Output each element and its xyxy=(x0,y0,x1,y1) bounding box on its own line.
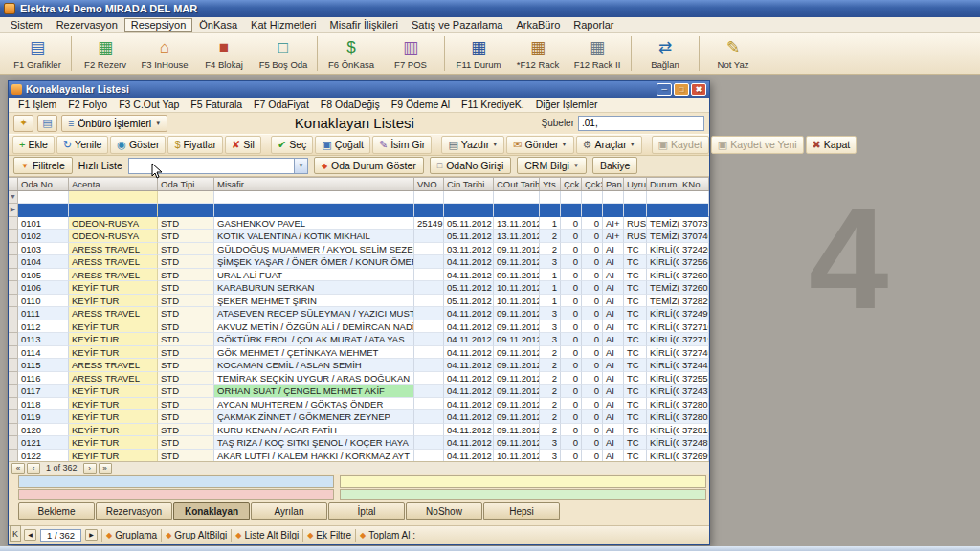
column-header-pan[interactable]: Pan xyxy=(603,178,624,190)
filitrele-button[interactable]: ▼ Filitrele xyxy=(13,157,73,174)
table-row[interactable]: 0112KEYİF TURSTDAKVUZ METİN / ÖZGÜN ALİ … xyxy=(9,320,709,334)
column-header-misafir[interactable]: Misafir xyxy=(214,178,414,190)
onburo-islemleri-button[interactable]: ≡ Önbüro İşlemleri ▼ xyxy=(61,115,167,132)
key-button[interactable]: ✦ xyxy=(13,115,33,132)
g-ster-button[interactable]: ◉Göster xyxy=(110,136,166,154)
table-row[interactable]: 0114KEYİF TURSTDGÖK MEHMET / ÇETİNKAYA M… xyxy=(9,346,709,360)
bottom-gruplama[interactable]: ◆Gruplama xyxy=(106,530,157,540)
last-page-button[interactable]: » xyxy=(99,463,112,474)
tab-i-ptal[interactable]: İptal xyxy=(328,502,405,520)
yenile-button[interactable]: ↻Yenile xyxy=(56,136,108,154)
table-row[interactable]: 0105ARESS TRAVELSTDURAL ALİ FUAT04.11.20… xyxy=(9,269,709,282)
table-row[interactable]: 0113KEYİF TURSTDGÖKTÜRK EROL / ÇOLAK MUR… xyxy=(9,333,709,346)
table-row[interactable]: 0117KEYİF TURSTDORHAN SUAT / ÇENGEL MEHM… xyxy=(9,385,709,398)
toolbar-not-yaz[interactable]: ✎Not Yaz xyxy=(703,37,763,70)
menu-f8-odade-i[interactable]: F8 OdaDeğiş xyxy=(315,99,386,110)
table-row[interactable]: 0121KEYİF TURSTDTAŞ RIZA / KOÇ SITKI ŞEN… xyxy=(9,436,709,450)
table-row[interactable]: 0110KEYİF TURSTDŞEKER MEHMET ŞIRIN05.11.… xyxy=(9,295,709,308)
table-row[interactable]: 0102ODEON-RUSYASTDKOTIK VALENTINA / KOTI… xyxy=(9,230,709,243)
o-alt-button[interactable]: ▣Çoğalt xyxy=(315,136,370,154)
bottom-liste-alt-bilgi[interactable]: ◆Liste Alt Bilgi xyxy=(235,530,299,540)
column-header-cin-tarihi[interactable]: Cin Tarihi xyxy=(444,178,494,190)
table-row[interactable]: 0101ODEON-RUSYASTDGASHENKOV PAVEL2514905… xyxy=(9,217,709,231)
bottom-next-button[interactable]: ▶ xyxy=(85,529,98,541)
table-row[interactable]: 0122KEYİF TURSTDAKAR LÜTFİ / KALEM HAKKI… xyxy=(9,450,709,462)
tab-ayr-lan[interactable]: Ayrılan xyxy=(251,502,327,520)
toolbar-f4-blokaj[interactable]: ■F4 Blokaj xyxy=(194,37,254,70)
selected-row[interactable]: ▶ xyxy=(9,204,709,217)
subeler-input[interactable] xyxy=(578,116,704,131)
menu-sistem[interactable]: Sistem xyxy=(4,18,50,32)
tab-bekleme[interactable]: Bekleme xyxy=(18,502,95,520)
close-icon[interactable]: ✖ xyxy=(691,83,706,96)
table-row[interactable]: 0111ARESS TRAVELSTDATASEVEN RECEP SÜLEYM… xyxy=(9,307,709,320)
bottom-toplam-al[interactable]: ◆Toplam Al : xyxy=(360,530,415,540)
kapat-button[interactable]: ✖Kapat xyxy=(806,136,858,154)
menu-kat-hizmetleri[interactable]: Kat Hizmetleri xyxy=(244,18,323,32)
toolbar-f11-durum[interactable]: ▦F11 Durum xyxy=(449,37,508,70)
child-titlebar[interactable]: Konaklayanlar Listesi ─ □ ✖ xyxy=(9,81,709,98)
toolbar-f12-rack[interactable]: ▦*F12 Rack xyxy=(508,37,568,70)
toolbar-f7-pos[interactable]: ▥F7 POS xyxy=(381,37,440,70)
oda-durum-goster-button[interactable]: ◆ Oda Durum Göster xyxy=(314,157,424,174)
bottom-ek-filtre[interactable]: ◆Ek Filtre xyxy=(307,530,351,540)
toolbar-f1-grafikler[interactable]: ▤F1 Grafikler xyxy=(8,37,67,70)
sil-button[interactable]: ✘Sil xyxy=(225,136,261,154)
g-nder-button[interactable]: ✉Gönder▼ xyxy=(506,136,573,154)
column-header-ck2[interactable]: Çck2 xyxy=(582,178,603,190)
yazd-r-button[interactable]: ▤Yazdır▼ xyxy=(441,136,504,154)
menu-f1-i-lem[interactable]: F1 İşlem xyxy=(12,99,62,110)
i-sim-gir-button[interactable]: ✎İsim Gir xyxy=(372,136,432,154)
tab-hepsi[interactable]: Hepsi xyxy=(483,502,560,520)
first-page-button[interactable]: « xyxy=(11,463,25,474)
table-row[interactable]: 0104ARESS TRAVELSTDŞİMŞEK YAŞAR / ÖNER Ö… xyxy=(9,255,709,269)
column-header-cout-tarihi[interactable]: COut Tarihi xyxy=(494,178,540,190)
menu-raporlar[interactable]: Raporlar xyxy=(567,18,620,32)
toolbar-f5-bo-oda[interactable]: □F5 Boş Oda xyxy=(254,37,313,70)
window-titlebar[interactable]: Elektra v4 Demo MIRADA DEL MAR xyxy=(0,0,980,17)
column-header-yts[interactable]: Yts xyxy=(540,178,561,190)
column-header-oda-no[interactable]: Oda No xyxy=(18,178,69,190)
bottom-grup-altbilgi[interactable]: ◆Grup AltBilgi xyxy=(166,530,227,540)
grid-filter-row[interactable]: ▼ xyxy=(9,191,709,205)
side-tab-k[interactable]: K xyxy=(10,525,21,542)
menu-di-er-i-lemler[interactable]: Diğer İşlemler xyxy=(530,99,604,110)
menu-resepsiyon[interactable]: Resepsiyon xyxy=(124,18,192,32)
minimize-icon[interactable]: ─ xyxy=(657,83,672,96)
crm-bilgi-button[interactable]: CRM Bilgi ▼ xyxy=(517,157,587,174)
table-row[interactable]: 0115ARESS TRAVELSTDKOCAMAN CEMİL / ASLAN… xyxy=(9,359,709,372)
tab-rezervasyon[interactable]: Rezervasyon xyxy=(96,502,172,520)
bakiye-button[interactable]: Bakiye xyxy=(592,157,638,174)
toolbar-f2-rezerv[interactable]: ▦F2 Rezerv xyxy=(76,37,135,70)
table-row[interactable]: 0119KEYİF TURSTDÇAKMAK ZİNNET / GÖKMENER… xyxy=(9,410,709,424)
column-header-acenta[interactable]: Acenta xyxy=(69,178,158,190)
prev-page-button[interactable]: ‹ xyxy=(27,463,40,474)
tab-noshow[interactable]: NoShow xyxy=(406,502,482,520)
menu-f3-c-out-yap[interactable]: F3 C.Out Yap xyxy=(113,99,185,110)
fiyatlar-button[interactable]: $Fiyatlar xyxy=(167,136,223,154)
menu-rezervasyon[interactable]: Rezervasyon xyxy=(50,18,124,32)
odano-girisi-checkbox[interactable]: □ OdaNo Girişi xyxy=(430,157,512,174)
kaydet-ve-yeni-button[interactable]: ▣Kaydet ve Yeni xyxy=(711,136,804,154)
toolbar-f3-inhouse[interactable]: ⌂F3 InHouse xyxy=(135,37,194,70)
toolbar-f6-nkasa[interactable]: $F6 ÖnKasa xyxy=(322,37,381,70)
menu-misafir-i-li-kileri[interactable]: Misafir İlişkileri xyxy=(323,18,406,32)
page-button[interactable]: ▤ xyxy=(37,115,57,132)
ekle-button[interactable]: +Ekle xyxy=(12,136,55,154)
table-row[interactable]: 0103ARESS TRAVELSTDGÜLDOĞUŞ MUAMMER / AK… xyxy=(9,243,709,256)
column-header-vno[interactable]: VNO xyxy=(414,178,444,190)
menu-f5-faturala[interactable]: F5 Faturala xyxy=(185,99,248,110)
table-row[interactable]: 0116ARESS TRAVELSTDTEMİRAK SEÇKİN UYGUR … xyxy=(9,372,709,386)
column-header-uyruk[interactable]: Uyruk xyxy=(624,178,647,190)
menu-sat-ve-pazarlama[interactable]: Satış ve Pazarlama xyxy=(405,18,509,32)
toolbar-ba-lan[interactable]: ⇄Bağlan xyxy=(635,37,695,70)
table-row[interactable]: 0120KEYİF TURSTDKURU KENAN / ACAR FATİH0… xyxy=(9,424,709,437)
column-header-durum[interactable]: Durum xyxy=(647,178,679,190)
toolbar-f12-rack-ii[interactable]: ▦F12 Rack II xyxy=(568,37,627,70)
tab-konaklayan[interactable]: Konaklayan xyxy=(173,502,250,520)
table-row[interactable]: 0118KEYİF TURSTDAYCAN MUHTEREM / GÖKTAŞ … xyxy=(9,398,709,411)
maximize-icon[interactable]: □ xyxy=(674,83,689,96)
menu-nkasa[interactable]: ÖnKasa xyxy=(192,18,244,32)
next-page-button[interactable]: › xyxy=(83,463,97,474)
column-header-kno[interactable]: KNo xyxy=(679,178,709,190)
